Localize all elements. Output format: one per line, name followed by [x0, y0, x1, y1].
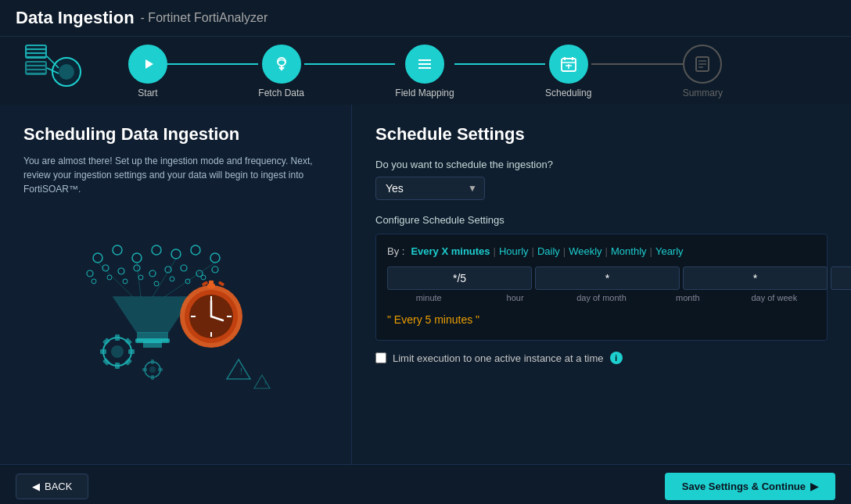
continue-button[interactable]: Save Settings & Continue ▶ [665, 473, 835, 500]
svg-rect-78 [124, 338, 132, 345]
by-option-every-x[interactable]: Every X minutes [411, 245, 490, 257]
step-scheduling-label: Scheduling [545, 88, 591, 98]
left-panel: Scheduling Data Ingestion You are almost… [0, 105, 352, 464]
limit-execution-info-icon[interactable]: i [610, 352, 623, 364]
svg-rect-1 [27, 46, 45, 48]
by-option-hourly[interactable]: Hourly [499, 245, 529, 257]
by-option-yearly[interactable]: Yearly [655, 245, 684, 257]
wizard-bar: Start Fetch Data [0, 37, 851, 105]
continue-arrow-icon: ▶ [810, 481, 818, 492]
svg-point-43 [212, 266, 218, 273]
cron-header-month: month [646, 293, 729, 302]
back-button[interactable]: ◀ BACK [16, 474, 88, 499]
svg-rect-2 [27, 50, 45, 52]
step-connector-1 [167, 63, 258, 65]
cron-headers-row: minute hour day of month month day of we… [387, 293, 816, 302]
cron-month-input[interactable] [831, 266, 851, 290]
svg-rect-76 [128, 349, 135, 354]
svg-point-44 [92, 279, 96, 284]
left-panel-description: You are almost there! Set up the ingesti… [23, 154, 328, 196]
svg-rect-84 [151, 359, 154, 364]
svg-rect-71 [217, 281, 224, 286]
svg-marker-56 [113, 297, 192, 332]
svg-rect-86 [158, 368, 163, 371]
footer: ◀ BACK Save Settings & Continue ▶ [0, 464, 851, 504]
svg-rect-85 [151, 375, 154, 380]
cron-header-day-of-month: day of month [560, 293, 643, 302]
step-summary-label: Summary [683, 88, 723, 98]
svg-point-9 [59, 64, 74, 80]
limit-execution-checkbox[interactable] [375, 352, 386, 363]
separator-1: | [494, 245, 496, 257]
svg-rect-69 [209, 281, 214, 285]
schedule-question-label: Do you want to schedule the ingestion? [375, 159, 828, 170]
svg-point-39 [149, 270, 156, 277]
svg-text:!: ! [264, 380, 266, 387]
cron-minute-input[interactable] [387, 266, 532, 290]
cron-values-grid [387, 266, 816, 290]
product-logo-icon [23, 41, 86, 95]
svg-point-83 [149, 366, 156, 373]
by-option-weekly[interactable]: Weekly [569, 245, 601, 257]
right-panel-title: Schedule Settings [375, 124, 828, 145]
configure-schedule-label: Configure Schedule Settings [375, 214, 828, 226]
wizard-step-summary[interactable]: Summary [683, 45, 723, 98]
by-label: By : [387, 245, 404, 257]
svg-marker-90 [254, 375, 270, 388]
svg-rect-81 [102, 358, 110, 366]
cron-day-of-month-input[interactable] [683, 266, 828, 290]
step-scheduling-circle [549, 45, 588, 84]
svg-point-30 [132, 253, 142, 263]
step-start-circle [128, 45, 167, 84]
svg-line-52 [98, 263, 133, 297]
svg-rect-74 [115, 334, 120, 341]
svg-rect-79 [102, 338, 110, 345]
step-connector-2 [304, 63, 395, 65]
svg-rect-92 [135, 338, 170, 343]
svg-point-13 [278, 58, 285, 66]
cron-header-day-of-week: day of week [733, 293, 816, 302]
scheduling-illustration-svg: ! ! [74, 238, 278, 410]
by-options-row: By : Every X minutes | Hourly | Daily | … [387, 245, 816, 257]
cron-header-hour: hour [473, 293, 556, 302]
wizard-step-mapping[interactable]: Field Mapping [395, 45, 454, 98]
app-header: Data Ingestion - Fortinet FortiAnalyzer [0, 0, 851, 37]
separator-2: | [532, 245, 534, 257]
continue-label: Save Settings & Continue [682, 481, 806, 492]
cron-hour-input[interactable] [535, 266, 680, 290]
right-panel: Schedule Settings Do you want to schedul… [352, 105, 851, 464]
wizard-step-fetch[interactable]: Fetch Data [258, 45, 304, 98]
schedule-yes-no-select[interactable]: Yes No [375, 177, 485, 200]
svg-text:!: ! [240, 367, 242, 376]
app-title: Data Ingestion [16, 8, 135, 28]
wizard-step-start[interactable]: Start [128, 45, 167, 98]
separator-3: | [563, 245, 566, 257]
svg-rect-6 [27, 66, 45, 69]
cron-summary: " Every 5 minutes " [387, 310, 816, 329]
svg-point-34 [210, 253, 220, 263]
svg-point-31 [152, 245, 161, 255]
step-mapping-label: Field Mapping [395, 88, 454, 98]
cron-header-minute: minute [387, 293, 470, 302]
schedule-yes-no-wrapper[interactable]: Yes No ▼ [375, 177, 485, 200]
wizard-step-scheduling[interactable]: Scheduling [545, 45, 591, 98]
step-fetch-label: Fetch Data [258, 88, 304, 98]
svg-marker-12 [145, 59, 153, 69]
svg-marker-88 [227, 359, 250, 379]
svg-point-35 [87, 270, 93, 277]
svg-rect-80 [124, 358, 132, 366]
separator-5: | [650, 245, 652, 257]
svg-point-33 [191, 245, 200, 255]
step-summary-circle [683, 45, 722, 84]
svg-point-51 [201, 275, 206, 280]
svg-point-28 [93, 253, 102, 263]
limit-execution-label[interactable]: Limit execution to one active instance a… [393, 352, 604, 364]
by-option-daily[interactable]: Daily [537, 245, 560, 257]
svg-rect-87 [142, 368, 147, 371]
by-option-monthly[interactable]: Monthly [611, 245, 647, 257]
step-start-label: Start [138, 88, 157, 98]
svg-rect-3 [27, 54, 45, 56]
svg-point-46 [123, 279, 127, 284]
wizard-logo [23, 41, 86, 98]
svg-point-41 [181, 265, 187, 271]
